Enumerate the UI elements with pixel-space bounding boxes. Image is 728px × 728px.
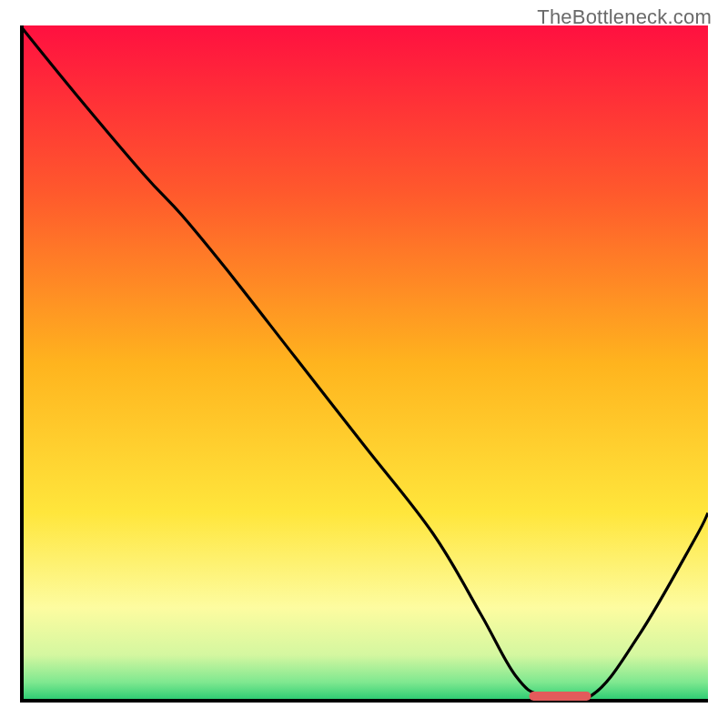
- bottleneck-chart: [20, 25, 708, 703]
- optimal-marker: [529, 692, 591, 701]
- gradient-background: [20, 25, 708, 703]
- chart-container: TheBottleneck.com: [0, 0, 728, 728]
- plot-area: [20, 25, 708, 703]
